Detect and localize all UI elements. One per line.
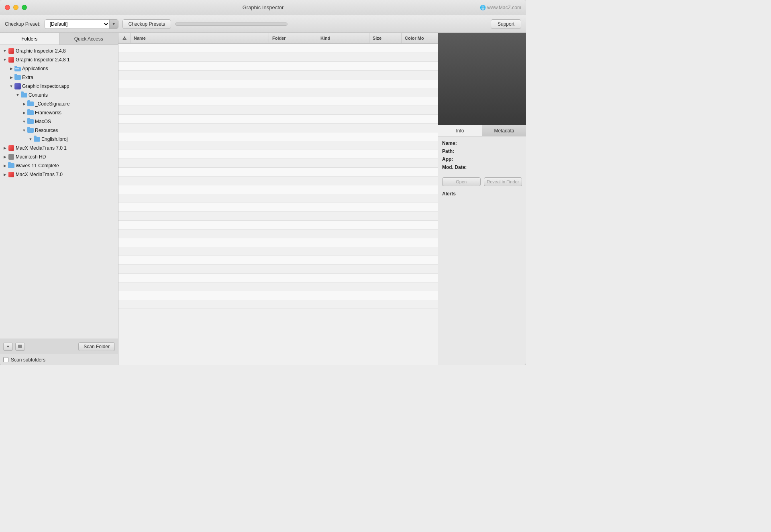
tab-folders[interactable]: Folders	[0, 33, 59, 45]
table-row[interactable]	[118, 71, 438, 79]
frameworks-icon	[27, 110, 34, 116]
preset-select[interactable]: [Default]	[45, 21, 109, 27]
toggle-applications[interactable]	[8, 65, 14, 72]
tree-item-contents[interactable]: Contents	[0, 91, 118, 99]
tab-quick-access[interactable]: Quick Access	[59, 33, 118, 45]
panel-tabs: Folders Quick Access	[0, 33, 118, 45]
tree-item-macx2[interactable]: MacX MediaTrans 7.0	[0, 170, 118, 179]
table-row[interactable]	[118, 185, 438, 194]
toggle-macx[interactable]	[2, 145, 8, 151]
table-row[interactable]	[118, 62, 438, 71]
table-row[interactable]	[118, 79, 438, 88]
alerts-section: Alerts	[438, 191, 526, 198]
checkup-presets-button[interactable]: Checkup Presets	[122, 19, 171, 29]
table-row[interactable]	[118, 88, 438, 97]
tree-item-macos[interactable]: MacOS	[0, 117, 118, 126]
preset-select-wrapper[interactable]: [Default] ▼	[45, 19, 118, 29]
open-button[interactable]: Open	[442, 177, 481, 186]
tree-item-gi248[interactable]: Graphic Inspector 2.4.8	[0, 47, 118, 55]
table-row[interactable]	[118, 177, 438, 185]
table-row[interactable]	[118, 97, 438, 106]
col-header-folder[interactable]: Folder	[269, 33, 317, 43]
col-header-size[interactable]: Size	[369, 33, 402, 43]
toggle-contents[interactable]	[14, 92, 21, 98]
remove-folder-button[interactable]	[15, 343, 25, 351]
table-row[interactable]	[118, 203, 438, 212]
table-row[interactable]	[118, 168, 438, 177]
close-button[interactable]	[5, 5, 10, 10]
minimize-button[interactable]	[13, 5, 18, 10]
toggle-gi-app[interactable]	[8, 83, 14, 89]
table-row[interactable]	[118, 212, 438, 221]
table-row[interactable]	[118, 132, 438, 141]
table-header: ⚠ Name Folder Kind Size	[118, 33, 438, 44]
table-row[interactable]	[118, 115, 438, 124]
col-header-kind[interactable]: Kind	[317, 33, 369, 43]
tree-label-macos: MacOS	[35, 119, 51, 124]
tree-item-gi2481[interactable]: Graphic Inspector 2.4.8 1	[0, 55, 118, 64]
preset-arrow-icon[interactable]: ▼	[109, 20, 118, 28]
toggle-gi248[interactable]	[2, 48, 8, 54]
table-row[interactable]	[118, 265, 438, 274]
toggle-gi2481[interactable]	[2, 57, 8, 63]
table-row[interactable]	[118, 229, 438, 238]
tree-item-applications[interactable]: Applications	[0, 64, 118, 73]
table-row[interactable]	[118, 274, 438, 282]
table-row[interactable]	[118, 159, 438, 168]
left-panel-bottom: + Scan Folder	[0, 339, 118, 354]
col-header-name[interactable]: Name	[131, 33, 269, 43]
tree-item-frameworks[interactable]: Frameworks	[0, 108, 118, 117]
toggle-extra[interactable]	[8, 74, 14, 81]
extra-icon	[14, 74, 21, 81]
table-row[interactable]	[118, 44, 438, 53]
toggle-frameworks[interactable]	[21, 110, 27, 116]
toggle-macos[interactable]	[21, 118, 27, 125]
tree-item-macx[interactable]: MacX MediaTrans 7.0 1	[0, 144, 118, 152]
table-row[interactable]	[118, 141, 438, 150]
reveal-in-finder-button[interactable]: Reveal in Finder	[484, 177, 522, 186]
table-row[interactable]	[118, 247, 438, 256]
tree-view[interactable]: Graphic Inspector 2.4.8 Graphic Inspecto…	[0, 45, 118, 339]
table-row[interactable]	[118, 256, 438, 265]
col-header-alert[interactable]: ⚠	[118, 33, 131, 43]
col-header-colormode[interactable]: Color Mo	[402, 33, 438, 43]
tree-label-frameworks: Frameworks	[35, 110, 61, 116]
scan-folder-button[interactable]: Scan Folder	[78, 342, 115, 351]
maximize-button[interactable]	[22, 5, 27, 10]
tree-item-codesig[interactable]: _CodeSignature	[0, 99, 118, 108]
toggle-machd[interactable]	[2, 154, 8, 160]
table-row[interactable]	[118, 106, 438, 115]
tree-item-machd[interactable]: Macintosh HD	[0, 152, 118, 161]
table-row[interactable]	[118, 300, 438, 309]
support-button[interactable]: Support	[491, 19, 521, 29]
table-row[interactable]	[118, 238, 438, 247]
tab-info[interactable]: Info	[438, 125, 482, 136]
info-tabs: Info Metadata	[438, 125, 526, 136]
info-panel: Info Metadata Name: Path:	[438, 33, 526, 365]
tree-item-resources[interactable]: Resources	[0, 126, 118, 135]
main-content: Folders Quick Access Graphic Inspector 2…	[0, 33, 526, 365]
table-row[interactable]	[118, 221, 438, 229]
tree-item-gi-app[interactable]: Graphic Inspector.app	[0, 82, 118, 91]
table-row[interactable]	[118, 282, 438, 291]
toggle-waves[interactable]	[2, 162, 8, 169]
toggle-codesig[interactable]	[21, 101, 27, 107]
macx2-icon	[8, 171, 14, 178]
table-row[interactable]	[118, 124, 438, 132]
tree-item-english[interactable]: English.lproj	[0, 135, 118, 144]
file-list-area: ⚠ Name Folder Kind Size	[118, 33, 438, 365]
tree-item-waves[interactable]: Waves 11 Complete	[0, 161, 118, 170]
add-folder-button[interactable]: +	[3, 343, 13, 351]
table-row[interactable]	[118, 291, 438, 300]
table-row[interactable]	[118, 150, 438, 159]
tree-item-extra[interactable]: Extra	[0, 73, 118, 82]
table-row[interactable]	[118, 53, 438, 62]
macos-icon	[27, 118, 34, 125]
toggle-macx2[interactable]	[2, 171, 8, 178]
table-row[interactable]	[118, 194, 438, 203]
table-body[interactable]	[118, 44, 438, 365]
toggle-resources[interactable]	[21, 127, 27, 134]
toggle-english[interactable]	[27, 136, 34, 142]
tab-metadata[interactable]: Metadata	[482, 125, 526, 136]
scan-subfolders-checkbox[interactable]	[3, 357, 8, 362]
